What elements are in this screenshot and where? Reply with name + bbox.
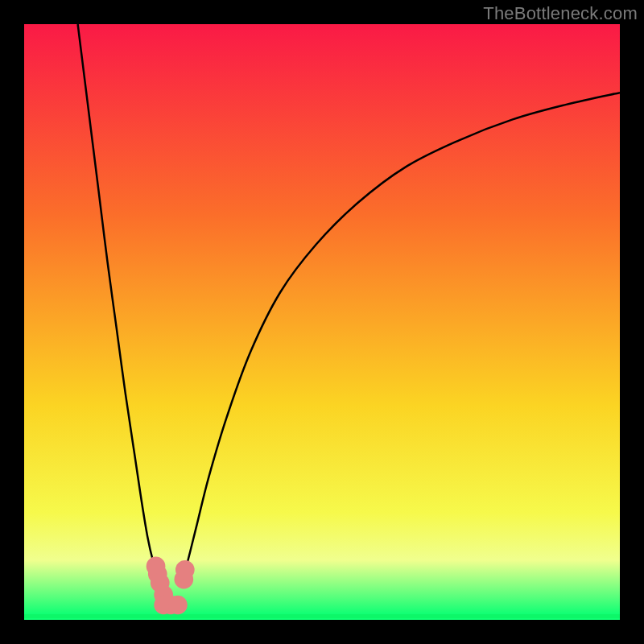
watermark: TheBottleneck.com [483, 3, 638, 24]
data-point [168, 596, 188, 615]
chart-plot-area [24, 24, 620, 620]
chart-frame: TheBottleneck.com [0, 0, 644, 644]
data-point [175, 560, 195, 580]
chart-svg [24, 24, 620, 620]
